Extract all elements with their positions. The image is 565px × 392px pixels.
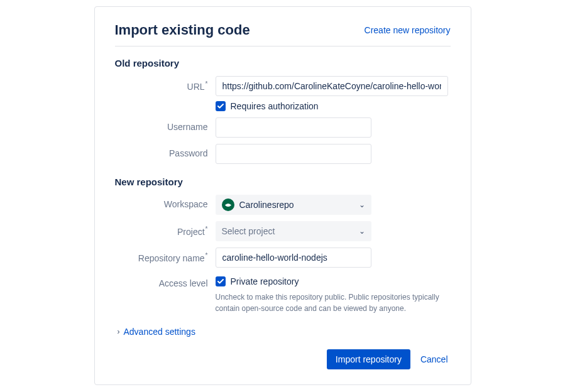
- create-new-repo-link[interactable]: Create new repository: [365, 25, 451, 35]
- workspace-avatar-icon: [222, 199, 234, 211]
- password-input[interactable]: [216, 144, 371, 164]
- chevron-right-icon: ›: [118, 327, 120, 336]
- footer: Import repository Cancel: [115, 349, 451, 369]
- check-icon: [217, 279, 224, 284]
- username-label: Username: [115, 117, 216, 132]
- page-title: Import existing code: [115, 22, 250, 38]
- workspace-value: Carolinesrepo: [239, 200, 294, 210]
- workspace-label: Workspace: [115, 195, 216, 209]
- project-row: Project* Select project ⌄: [115, 221, 451, 241]
- url-row: URL* Requires authorization: [115, 76, 451, 111]
- import-code-card: Import existing code Create new reposito…: [94, 6, 471, 385]
- check-icon: [217, 104, 224, 109]
- username-input[interactable]: [216, 117, 371, 138]
- card-header: Import existing code Create new reposito…: [115, 22, 451, 46]
- workspace-row: Workspace Carolinesrepo ⌄: [115, 195, 451, 215]
- chevron-down-icon: ⌄: [359, 200, 365, 209]
- access-level-label: Access level: [115, 274, 216, 288]
- private-repo-row: Private repository: [216, 276, 451, 286]
- repo-name-label: Repository name*: [115, 248, 216, 263]
- advanced-settings-toggle[interactable]: › Advanced settings: [118, 327, 451, 337]
- project-label: Project*: [115, 221, 216, 237]
- private-repo-help: Uncheck to make this repository public. …: [216, 291, 448, 314]
- access-level-row: Access level Private repository Uncheck …: [115, 274, 451, 314]
- password-label: Password: [115, 144, 216, 158]
- import-repository-button[interactable]: Import repository: [327, 349, 410, 369]
- new-repo-section-title: New repository: [115, 177, 451, 187]
- requires-auth-label: Requires authorization: [231, 101, 319, 111]
- old-repository-section: Old repository URL* Requires authorizati…: [115, 58, 451, 164]
- requires-auth-row: Requires authorization: [216, 101, 451, 111]
- project-select[interactable]: Select project ⌄: [216, 221, 371, 241]
- url-input[interactable]: [216, 76, 448, 96]
- advanced-settings-label: Advanced settings: [124, 327, 195, 337]
- password-row: Password: [115, 144, 451, 164]
- username-row: Username: [115, 117, 451, 138]
- private-repo-label: Private repository: [231, 276, 299, 286]
- requires-auth-checkbox[interactable]: [216, 101, 226, 111]
- project-value: Select project: [222, 226, 275, 236]
- url-label: URL*: [115, 76, 216, 92]
- old-repo-section-title: Old repository: [115, 58, 451, 68]
- private-repo-checkbox[interactable]: [216, 276, 226, 286]
- cancel-button[interactable]: Cancel: [418, 349, 451, 369]
- repo-name-row: Repository name*: [115, 248, 451, 268]
- new-repository-section: New repository Workspace Carolinesrepo ⌄…: [115, 177, 451, 314]
- workspace-select[interactable]: Carolinesrepo ⌄: [216, 195, 371, 215]
- chevron-down-icon: ⌄: [359, 227, 365, 236]
- repo-name-input[interactable]: [216, 248, 371, 268]
